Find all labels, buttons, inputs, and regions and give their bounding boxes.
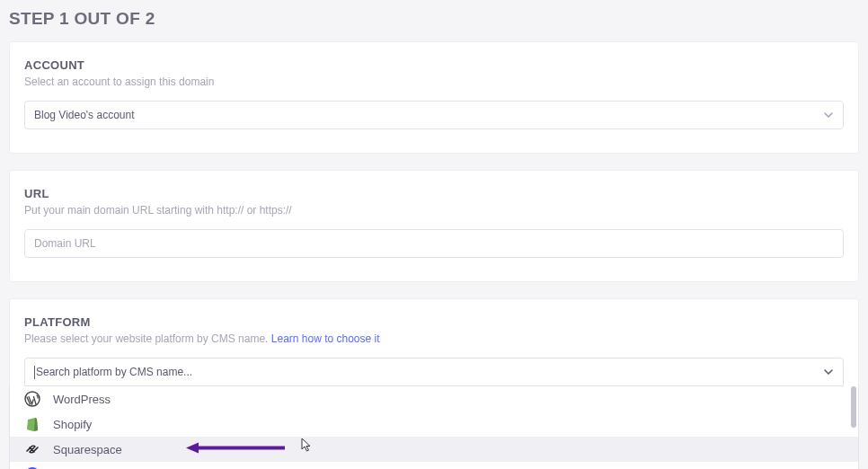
shopify-icon — [24, 416, 40, 432]
platform-heading: PLATFORM — [24, 315, 844, 329]
account-select[interactable]: Blog Video's account — [24, 101, 844, 129]
account-heading: ACCOUNT — [24, 58, 844, 72]
account-select-value: Blog Video's account — [34, 109, 134, 121]
learn-link[interactable]: Learn how to choose it — [271, 332, 380, 345]
url-sub: Put your main domain URL starting with h… — [24, 204, 844, 217]
text-caret — [34, 366, 35, 379]
url-input[interactable]: Domain URL — [24, 229, 844, 258]
option-webflow[interactable]: Webflow — [10, 462, 858, 469]
platform-sub: Please select your website platform by C… — [24, 332, 844, 345]
option-squarespace[interactable]: Squarespace — [10, 437, 858, 462]
url-placeholder: Domain URL — [34, 237, 96, 250]
platform-card: PLATFORM Please select your website plat… — [9, 298, 859, 386]
wordpress-icon — [24, 391, 40, 407]
arrow-annotation-icon — [186, 442, 285, 457]
platform-option-list: WordPress Shopify Squarespace Webflow — [10, 386, 858, 469]
option-wordpress[interactable]: WordPress — [10, 386, 858, 411]
chevron-down-icon — [823, 110, 834, 120]
platform-sub-text: Please select your website platform by C… — [24, 332, 271, 345]
scrollbar-track[interactable] — [850, 386, 857, 469]
option-shopify[interactable]: Shopify — [10, 411, 858, 437]
platform-search-input[interactable]: Search platform by CMS name... — [24, 358, 844, 386]
scrollbar-thumb[interactable] — [851, 386, 856, 428]
url-card: URL Put your main domain URL starting wi… — [9, 170, 859, 282]
option-label: Shopify — [53, 418, 92, 431]
step-title: STEP 1 OUT OF 2 — [0, 0, 868, 41]
account-sub: Select an account to assign this domain — [24, 75, 844, 88]
url-heading: URL — [24, 187, 844, 200]
svg-marker-2 — [186, 443, 199, 454]
option-label: WordPress — [53, 393, 111, 406]
chevron-down-icon — [823, 367, 834, 377]
platform-dropdown: WordPress Shopify Squarespace Webflow — [9, 386, 859, 469]
account-card: ACCOUNT Select an account to assign this… — [9, 41, 859, 154]
platform-placeholder: Search platform by CMS name... — [36, 366, 192, 378]
squarespace-icon — [24, 441, 40, 457]
option-label: Squarespace — [53, 443, 122, 456]
